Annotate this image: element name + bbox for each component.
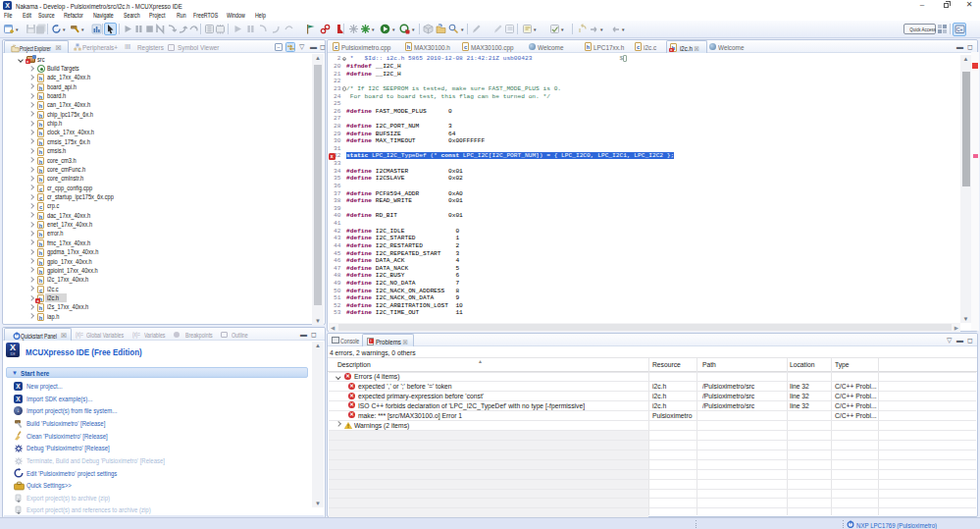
svg-text:C+: C+	[956, 26, 963, 32]
